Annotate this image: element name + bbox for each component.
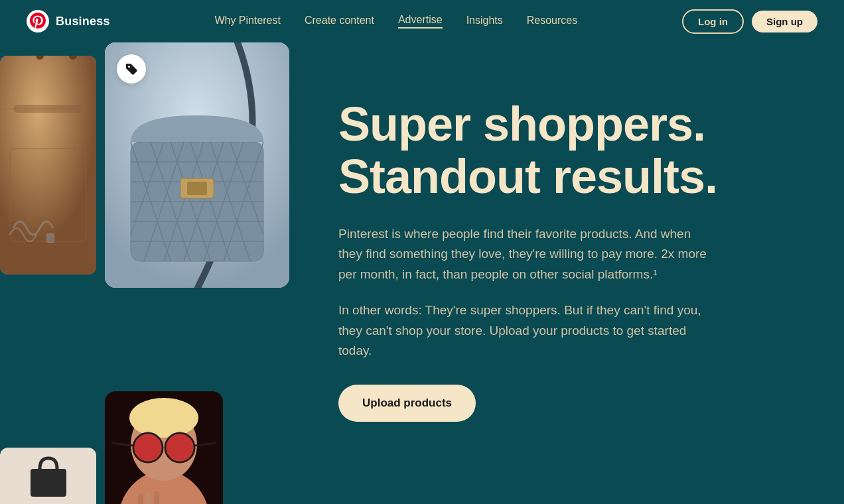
shopping-bag-image	[0, 448, 96, 504]
svg-rect-42	[138, 494, 143, 504]
svg-rect-44	[154, 491, 159, 504]
svg-rect-6	[47, 234, 54, 242]
sunglasses-image	[105, 391, 223, 504]
nav-insights[interactable]: Insights	[466, 15, 503, 28]
headline-line1: Super shoppers.	[338, 97, 705, 151]
hero-body-1: Pinterest is where people find their fav…	[338, 224, 710, 284]
svg-point-35	[135, 434, 161, 461]
nav-advertise[interactable]: Advertise	[398, 14, 443, 29]
svg-rect-3	[13, 105, 83, 113]
handbag-image	[105, 42, 289, 288]
nav-why-pinterest[interactable]: Why Pinterest	[214, 15, 281, 28]
svg-point-32	[129, 398, 198, 438]
brown-bag-image	[0, 56, 96, 275]
svg-rect-27	[187, 182, 207, 195]
chain-icon	[7, 208, 60, 248]
shopping-bag-icon	[25, 453, 72, 499]
svg-rect-45	[31, 469, 66, 497]
svg-rect-43	[146, 492, 151, 504]
upload-products-button[interactable]: Upload products	[338, 385, 476, 422]
navbar: Business Why Pinterest Create content Ad…	[0, 0, 844, 42]
tag-badge	[117, 54, 146, 84]
images-column	[0, 42, 299, 504]
svg-point-36	[167, 434, 193, 461]
text-column: Super shoppers. Standout results. Pinter…	[299, 42, 844, 504]
pinterest-logo-icon	[27, 10, 49, 32]
nav-resources[interactable]: Resources	[527, 15, 577, 28]
headline-line2: Standout results.	[338, 150, 717, 203]
tag-icon	[124, 62, 139, 76]
brand: Business	[27, 10, 110, 32]
brand-name: Business	[56, 15, 110, 29]
svg-point-28	[128, 66, 130, 68]
signup-button[interactable]: Sign up	[752, 11, 817, 32]
sunglasses-bg	[105, 391, 223, 504]
auth-buttons: Log in Sign up	[682, 9, 817, 34]
handbag-body-svg	[124, 102, 270, 288]
main-content: Super shoppers. Standout results. Pinter…	[0, 42, 844, 504]
login-button[interactable]: Log in	[682, 9, 744, 34]
nav-create-content[interactable]: Create content	[305, 15, 374, 28]
hero-headline: Super shoppers. Standout results.	[338, 98, 804, 203]
hero-body-2: In other words: They're super shoppers. …	[338, 300, 710, 361]
nav-links: Why Pinterest Create content Advertise I…	[214, 14, 577, 29]
